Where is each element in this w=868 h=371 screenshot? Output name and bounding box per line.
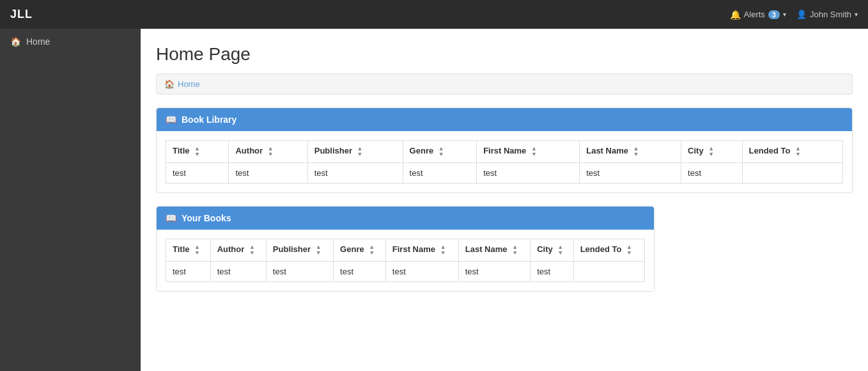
yb-col-genre[interactable]: Genre ▲▼	[334, 239, 386, 262]
col-lastname[interactable]: Last Name ▲▼	[580, 141, 681, 163]
navbar-right: 🔔 Alerts 3 ▾ 👤 John Smith ▾	[730, 10, 858, 20]
book-library-title: Book Library	[182, 114, 236, 125]
yb-col-lendedto[interactable]: Lended To ▲▼	[573, 239, 644, 262]
user-icon: 👤	[796, 10, 807, 19]
cell-lastname: test	[580, 163, 681, 184]
alerts-label: Alerts	[744, 10, 765, 19]
book-icon-2: 📖	[166, 213, 176, 223]
col-title[interactable]: Title ▲▼	[166, 141, 229, 163]
breadcrumb-home-link[interactable]: Home	[178, 79, 200, 89]
col-author[interactable]: Author ▲▼	[229, 141, 307, 163]
layout: 🏠 Home Home Page 🏠 Home 📖 Book Library T…	[0, 29, 868, 371]
user-caret-icon: ▾	[855, 11, 858, 18]
breadcrumb-home-icon: 🏠	[164, 79, 174, 89]
main-content: Home Page 🏠 Home 📖 Book Library Title ▲▼…	[141, 29, 868, 371]
col-lendedto[interactable]: Lended To ▲▼	[742, 141, 842, 163]
col-city[interactable]: City ▲▼	[681, 141, 743, 163]
sort-genre-icon: ▲▼	[438, 146, 444, 157]
cell-title: test	[166, 163, 229, 184]
book-icon: 📖	[166, 114, 176, 125]
sort-lastname-icon: ▲▼	[633, 146, 639, 157]
alerts-caret-icon: ▾	[783, 11, 786, 18]
cell-lendedto	[742, 163, 842, 184]
yb-col-lastname[interactable]: Last Name ▲▼	[458, 239, 530, 262]
page-title: Home Page	[156, 44, 853, 65]
bell-icon: 🔔	[730, 10, 741, 20]
book-library-panel-body: Title ▲▼ Author ▲▼ Publisher ▲▼ Genre ▲▼…	[157, 131, 852, 193]
yb-sort-lastname-icon: ▲▼	[512, 244, 518, 256]
your-books-panel-body: Title ▲▼ Author ▲▼ Publisher ▲▼ Genre ▲▼…	[157, 230, 654, 291]
cell-city: test	[681, 163, 743, 184]
yb-sort-firstname-icon: ▲▼	[440, 244, 446, 256]
yb-cell-lastname: test	[458, 262, 530, 282]
book-library-header-row: Title ▲▼ Author ▲▼ Publisher ▲▼ Genre ▲▼…	[166, 141, 843, 163]
user-label: John Smith	[810, 10, 851, 19]
yb-col-city[interactable]: City ▲▼	[531, 239, 574, 262]
yb-col-author[interactable]: Author ▲▼	[210, 239, 266, 262]
sort-firstname-icon: ▲▼	[531, 146, 537, 157]
alerts-badge: 3	[768, 10, 780, 19]
your-books-table: Title ▲▼ Author ▲▼ Publisher ▲▼ Genre ▲▼…	[166, 239, 645, 282]
yb-col-publisher[interactable]: Publisher ▲▼	[266, 239, 333, 262]
yb-sort-title-icon: ▲▼	[194, 244, 200, 256]
yb-cell-lendedto	[573, 262, 644, 282]
book-library-thead: Title ▲▼ Author ▲▼ Publisher ▲▼ Genre ▲▼…	[166, 141, 843, 163]
yb-sort-lendedto-icon: ▲▼	[626, 244, 632, 256]
col-genre[interactable]: Genre ▲▼	[403, 141, 477, 163]
top-navbar: JLL 🔔 Alerts 3 ▾ 👤 John Smith ▾	[0, 0, 868, 29]
table-row: test test test test test test test	[166, 262, 645, 282]
yb-cell-city: test	[531, 262, 574, 282]
breadcrumb: 🏠 Home	[156, 74, 853, 95]
yb-cell-publisher: test	[266, 262, 333, 282]
sort-lendedto-icon: ▲▼	[795, 146, 801, 157]
yb-cell-firstname: test	[385, 262, 458, 282]
yb-cell-genre: test	[334, 262, 386, 282]
yb-sort-genre-icon: ▲▼	[369, 244, 375, 256]
app-brand[interactable]: JLL	[10, 8, 33, 21]
sort-city-icon: ▲▼	[708, 146, 714, 157]
yb-col-title[interactable]: Title ▲▼	[166, 239, 211, 262]
your-books-title: Your Books	[182, 213, 231, 223]
your-books-panel: 📖 Your Books Title ▲▼ Author ▲▼ Publishe…	[156, 206, 655, 292]
your-books-tbody: test test test test test test test	[166, 262, 645, 282]
sort-title-icon: ▲▼	[194, 146, 200, 157]
your-books-header-row: Title ▲▼ Author ▲▼ Publisher ▲▼ Genre ▲▼…	[166, 239, 645, 262]
col-firstname[interactable]: First Name ▲▼	[477, 141, 580, 163]
cell-genre: test	[403, 163, 477, 184]
your-books-panel-header: 📖 Your Books	[157, 207, 654, 230]
cell-firstname: test	[477, 163, 580, 184]
yb-sort-city-icon: ▲▼	[557, 244, 563, 256]
sidebar: 🏠 Home	[0, 29, 141, 371]
col-publisher[interactable]: Publisher ▲▼	[307, 141, 403, 163]
yb-cell-title: test	[166, 262, 211, 282]
book-library-panel: 📖 Book Library Title ▲▼ Author ▲▼ Publis…	[156, 107, 853, 193]
sidebar-item-home-label: Home	[26, 36, 50, 47]
sort-publisher-icon: ▲▼	[357, 146, 363, 157]
cell-author: test	[229, 163, 307, 184]
alerts-menu[interactable]: 🔔 Alerts 3 ▾	[730, 10, 786, 20]
sidebar-item-home[interactable]: 🏠 Home	[0, 29, 141, 54]
yb-sort-publisher-icon: ▲▼	[316, 244, 322, 256]
your-books-thead: Title ▲▼ Author ▲▼ Publisher ▲▼ Genre ▲▼…	[166, 239, 645, 262]
book-library-panel-header: 📖 Book Library	[157, 108, 852, 131]
yb-col-firstname[interactable]: First Name ▲▼	[385, 239, 458, 262]
home-icon: 🏠	[10, 36, 21, 47]
table-row: test test test test test test test	[166, 163, 843, 184]
book-library-tbody: test test test test test test test	[166, 163, 843, 184]
yb-sort-author-icon: ▲▼	[249, 244, 255, 256]
yb-cell-author: test	[210, 262, 266, 282]
user-menu[interactable]: 👤 John Smith ▾	[796, 10, 858, 19]
cell-publisher: test	[307, 163, 403, 184]
sort-author-icon: ▲▼	[268, 146, 274, 157]
book-library-table: Title ▲▼ Author ▲▼ Publisher ▲▼ Genre ▲▼…	[166, 140, 843, 184]
